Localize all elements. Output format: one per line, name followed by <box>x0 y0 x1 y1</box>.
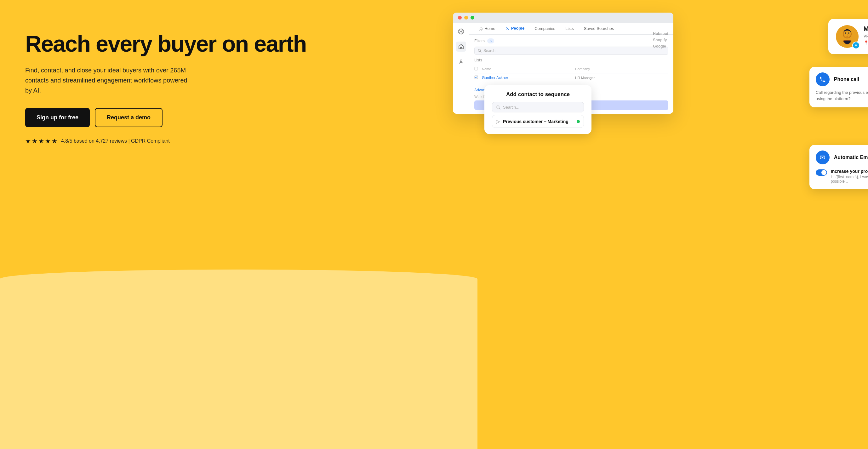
phone-title: Phone call <box>834 76 859 82</box>
profile-location: 📍 New York, NY <box>864 40 868 45</box>
svg-rect-9 <box>475 67 478 70</box>
company-col-header: Company <box>575 67 668 71</box>
star-1: ★ <box>25 137 31 145</box>
sequence-search-placeholder: Search... <box>503 105 519 109</box>
search-placeholder: Search... <box>484 49 499 53</box>
sequence-search[interactable]: Search... <box>492 102 584 113</box>
sequence-active-dot <box>577 120 580 123</box>
profile-card: ❄ Michael James VP of HR @ Snowflake 📍 N… <box>828 19 868 54</box>
reviews-row: ★ ★ ★ ★ ★ 4.8/5 based on 4,727 reviews |… <box>25 137 446 145</box>
minimize-dot[interactable] <box>464 16 468 20</box>
demo-button[interactable]: Request a demo <box>95 108 162 127</box>
sequence-play-icon: ▷ <box>496 118 500 124</box>
signup-button[interactable]: Sign up for free <box>25 108 90 127</box>
toggle-knob <box>822 170 827 175</box>
filter-row: Filters 3 <box>474 38 668 43</box>
row-checkbox[interactable] <box>474 75 482 80</box>
search-bar[interactable]: Search... <box>474 46 668 55</box>
star-4: ★ <box>45 137 51 145</box>
star-2: ★ <box>32 137 37 145</box>
email-row: Increase your production by 50% Hi {{fir… <box>816 169 868 184</box>
nav-companies[interactable]: Companies <box>530 23 560 34</box>
left-content: Reach every buyer on earth Find, contact… <box>25 19 446 145</box>
headline: Reach every buyer on earth <box>25 31 446 56</box>
company-tags: Hubspot Shopify Google <box>653 31 668 49</box>
table-header: Name Company <box>474 65 668 73</box>
nav-people[interactable]: People <box>501 23 529 34</box>
filters-label: Filters <box>474 39 485 43</box>
email-card-header: ✉ Automatic Email <box>816 151 868 164</box>
svg-point-3 <box>844 30 851 37</box>
app-mockup-container: ❄ Michael James VP of HR @ Snowflake 📍 N… <box>446 12 868 114</box>
filters-count: 3 <box>487 38 494 43</box>
google-tag: Google <box>653 44 668 49</box>
email-card: ✉ Automatic Email Increase your producti… <box>809 145 868 189</box>
rating-text: 4.8/5 based on 4,727 reviews | GDPR Comp… <box>61 138 170 144</box>
email-preview: Hi {{first_name}}, I was wondering — wou… <box>831 175 868 184</box>
sequence-title: Add contact to sequence <box>492 91 584 98</box>
email-icon: ✉ <box>816 151 830 164</box>
checkbox-col <box>474 67 482 71</box>
profile-avatar: ❄ <box>836 25 859 48</box>
app-sidebar <box>453 23 469 114</box>
shopify-tag: Shopify <box>653 38 668 42</box>
sidebar-people-icon[interactable] <box>456 57 466 67</box>
lists-label: Lists <box>474 58 668 62</box>
cta-buttons: Sign up for free Request a demo <box>25 108 446 127</box>
profile-name: Michael James <box>864 25 868 32</box>
phone-card: Phone call Call regarding the previous e… <box>809 67 868 107</box>
svg-point-11 <box>497 106 499 108</box>
subheadline: Find, contact, and close your ideal buye… <box>25 65 189 95</box>
svg-point-8 <box>478 50 480 52</box>
svg-point-4 <box>845 32 846 34</box>
app-nav: Home People Companies Lists <box>469 23 673 35</box>
nav-home[interactable]: Home <box>474 23 500 34</box>
phone-icon <box>816 72 830 86</box>
svg-point-6 <box>460 60 462 62</box>
nav-lists[interactable]: Lists <box>561 23 578 34</box>
email-subject: Increase your production by 50% <box>831 169 868 174</box>
email-content: Increase your production by 50% Hi {{fir… <box>831 169 868 184</box>
sequence-item[interactable]: ▷ Previous customer – Marketing <box>492 115 584 128</box>
hubspot-tag: Hubspot <box>653 31 668 36</box>
email-title: Automatic Email <box>834 155 868 160</box>
phone-card-header: Phone call <box>816 72 868 86</box>
app-titlebar <box>453 12 673 23</box>
bg-wave <box>0 269 477 449</box>
phone-description: Call regarding the previous email sent o… <box>816 89 868 102</box>
profile-title: VP of HR @ Snowflake <box>864 34 868 38</box>
profile-info: Michael James VP of HR @ Snowflake 📍 New… <box>864 25 868 45</box>
maximize-dot[interactable] <box>470 16 474 20</box>
nav-saved-searches[interactable]: Saved Searches <box>580 23 618 34</box>
snowflake-badge: ❄ <box>852 41 860 49</box>
svg-point-7 <box>506 27 508 28</box>
star-rating: ★ ★ ★ ★ ★ <box>25 137 57 145</box>
hero-section: Reach every buyer on earth Find, contact… <box>0 0 868 449</box>
name-col-header: Name <box>482 67 575 71</box>
email-toggle[interactable] <box>816 169 827 176</box>
svg-point-5 <box>848 32 849 34</box>
close-dot[interactable] <box>458 16 462 20</box>
sequence-item-name: Previous customer – Marketing <box>503 119 574 124</box>
row-name[interactable]: Gunther Ackner <box>482 75 575 80</box>
sidebar-home-icon[interactable] <box>456 41 466 52</box>
sequence-card: Add contact to sequence Search... ▷ Prev… <box>485 85 591 134</box>
star-3: ★ <box>38 137 44 145</box>
star-5: ★ <box>52 137 57 145</box>
table-row: Gunther Ackner HR Manager <box>474 73 668 82</box>
sidebar-logo-icon[interactable] <box>456 27 466 36</box>
location-pin-icon: 📍 <box>864 40 868 45</box>
row-company: HR Manager <box>575 76 668 79</box>
